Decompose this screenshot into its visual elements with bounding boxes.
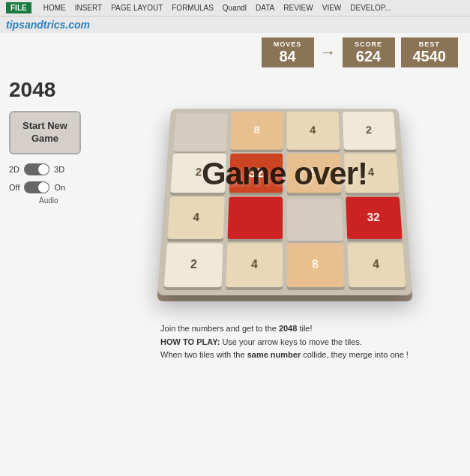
moves-stat: MOVES 84 [262, 37, 314, 67]
data-tab[interactable]: DATA [256, 4, 274, 12]
tile-r2c2 [286, 199, 342, 241]
tile-r3c0: 2 [163, 243, 222, 287]
stats-bar: MOVES 84 → SCORE 624 BEST 4540 [0, 33, 470, 72]
audio-label: Audio [39, 196, 65, 205]
left-panel: 2048 Start NewGame 2D 3D Off On Audio [9, 78, 99, 470]
score-label: SCORE [355, 40, 383, 48]
watermark-bar: tipsandtrics.com [0, 16, 470, 33]
tile-r1c2: 8 [286, 153, 340, 193]
audio-toggle[interactable] [24, 181, 49, 193]
view-tab[interactable]: VIEW [322, 4, 342, 12]
review-tab[interactable]: REVIEW [283, 4, 313, 12]
instruction-line1: Join the numbers and get to the 2048 til… [160, 322, 409, 336]
home-tab[interactable]: HOME [43, 4, 66, 12]
toggle-knob [38, 164, 49, 175]
formulas-tab[interactable]: FORMULAS [172, 4, 214, 12]
insert-tab[interactable]: INSERT [75, 4, 103, 12]
best-stat: BEST 4540 [401, 37, 459, 67]
arrow-icon: → [320, 43, 337, 62]
tile-r2c0: 4 [167, 197, 224, 239]
score-value: 624 [355, 48, 383, 64]
best-value: 4540 [413, 48, 447, 64]
score-stat: SCORE 624 [343, 37, 395, 67]
instructions: Join the numbers and get to the 2048 til… [160, 318, 409, 362]
file-tab[interactable]: FILE [6, 2, 31, 13]
tile-r0c3: 2 [342, 112, 396, 149]
tile-r3c1: 4 [225, 243, 282, 287]
instruction-line3: When two tiles with the same number coll… [160, 349, 409, 362]
best-label: BEST [413, 40, 447, 48]
tile-r0c1: 8 [230, 112, 283, 149]
tile-r1c1: 32 [229, 153, 283, 193]
developer-tab[interactable]: DEVELOP... [350, 4, 391, 12]
tile-r0c2: 4 [286, 112, 339, 149]
tile-r2c1 [227, 197, 283, 239]
tile-r0c0 [173, 113, 227, 151]
game-board-area: 8 4 2 2 32 8 4 4 32 2 4 8 4 Game over! [108, 78, 461, 470]
moves-value: 84 [274, 48, 302, 64]
tile-r2c3: 32 [345, 197, 402, 239]
start-new-game-button[interactable]: Start NewGame [9, 111, 81, 154]
ribbon-bar: FILE HOME INSERT PAGE LAYOUT FORMULAS Qu… [0, 0, 470, 16]
instruction-line2: HOW TO PLAY: Use your arrow keys to move… [160, 336, 409, 349]
2d-3d-toggle[interactable] [24, 163, 49, 175]
2d-label: 2D [9, 165, 19, 174]
audio-toggle-row: Off On [9, 181, 65, 193]
board-surface: 8 4 2 2 32 8 4 4 32 2 4 8 4 [157, 109, 412, 295]
3d-label: 3D [54, 165, 64, 174]
main-area: 2048 Start NewGame 2D 3D Off On Audio [0, 72, 470, 476]
on-label: On [54, 183, 65, 192]
tile-r1c0: 2 [170, 153, 226, 193]
moves-label: MOVES [274, 40, 302, 48]
toggles-group: 2D 3D Off On Audio [9, 163, 65, 205]
off-label: Off [9, 183, 19, 192]
tile-r1c3: 4 [343, 153, 399, 193]
board-3d: 8 4 2 2 32 8 4 4 32 2 4 8 4 Game over! [142, 78, 427, 318]
watermark-text: tipsandtrics.com [6, 19, 90, 31]
2d-3d-toggle-row: 2D 3D [9, 163, 65, 175]
page-layout-tab[interactable]: PAGE LAYOUT [111, 4, 163, 12]
audio-toggle-knob [38, 182, 49, 193]
game-title: 2048 [9, 78, 55, 102]
tile-r3c2: 8 [286, 243, 343, 287]
quandl-tab[interactable]: Quandl [223, 4, 247, 12]
tile-r3c3: 4 [346, 243, 405, 287]
